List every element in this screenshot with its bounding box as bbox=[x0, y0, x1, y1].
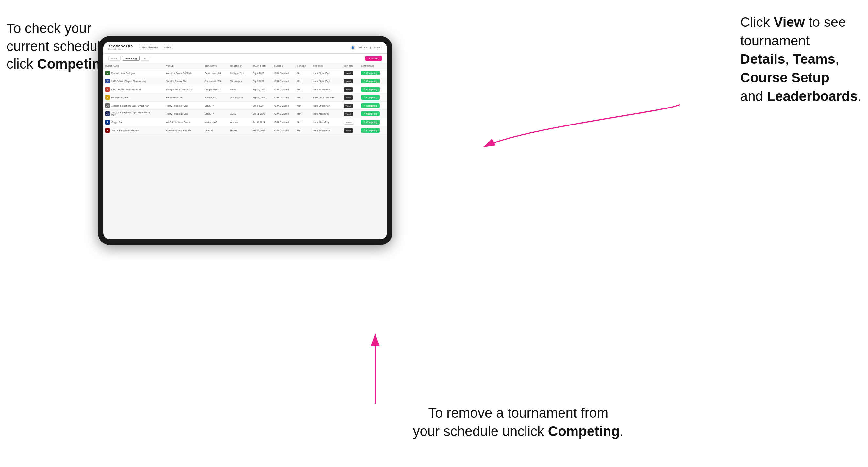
edit-button[interactable]: ✏ Edit bbox=[344, 120, 354, 125]
venue: Trinity Forest Golf Club bbox=[164, 110, 203, 118]
competing-badge[interactable]: ✓ Competing bbox=[361, 87, 380, 92]
city-state: Phoenix, AZ bbox=[203, 93, 228, 102]
division: NCAA Division I bbox=[272, 126, 295, 135]
gender: Men bbox=[295, 126, 311, 135]
table-row: W 2023 Sahalee Players Championship Saha… bbox=[103, 77, 387, 85]
app-nav: SCOREBOARD Powered by clipp TOURNAMENTS … bbox=[103, 42, 387, 54]
create-button[interactable]: + Create bbox=[365, 56, 382, 61]
col-start: START DATE bbox=[251, 63, 272, 69]
col-event-name: EVENT NAME bbox=[103, 63, 164, 69]
hosted-by: ABAC bbox=[228, 110, 251, 118]
competing-badge[interactable]: ✓ Competing bbox=[361, 112, 380, 116]
view-button[interactable]: View ℹ bbox=[344, 87, 353, 92]
sub-nav: Home Competing All + Create bbox=[103, 54, 387, 63]
venue: Trinity Forest Golf Club bbox=[164, 102, 203, 110]
city-state: Lihue, HI bbox=[203, 126, 228, 135]
view-button[interactable]: View ℹ bbox=[344, 128, 353, 133]
view-button[interactable]: View ℹ bbox=[344, 103, 353, 108]
start-date: Oct 11, 2023 bbox=[251, 110, 272, 118]
nav-tournaments[interactable]: TOURNAMENTS bbox=[139, 46, 158, 49]
competing-cell: ✓ Competing bbox=[359, 85, 387, 93]
view-button[interactable]: View ℹ bbox=[344, 95, 353, 100]
division: NCAA Division I bbox=[272, 77, 295, 85]
division: NCAA Division I bbox=[272, 85, 295, 93]
event-name-cell: JS Jackson T. Stephens Cup – Men's Match… bbox=[103, 110, 164, 118]
scoring: team, Stroke Play bbox=[311, 102, 342, 110]
tournament-table-container: EVENT NAME VENUE CITY, STATE HOSTED BY S… bbox=[103, 63, 387, 237]
annotation-bottom: To remove a tournament from your schedul… bbox=[413, 404, 624, 441]
filter-all[interactable]: All bbox=[141, 56, 149, 61]
sign-out-link[interactable]: Sign out bbox=[373, 46, 382, 49]
actions-cell: View ℹ bbox=[342, 69, 359, 77]
hosted-by: Arizona bbox=[228, 118, 251, 126]
event-name: Jackson T. Stephens Cup – Men's Match Pl… bbox=[112, 112, 151, 116]
event-name: OFCC Fighting Illini Invitational bbox=[112, 88, 141, 91]
gender: Men bbox=[295, 102, 311, 110]
event-name: John A. Burns Intercollegiate bbox=[112, 129, 138, 132]
view-button[interactable]: View ℹ bbox=[344, 71, 353, 75]
table-body: M Folds of Honor Collegiate American Dun… bbox=[103, 69, 387, 135]
competing-cell: ✓ Competing bbox=[359, 93, 387, 102]
start-date: Sep 9, 2023 bbox=[251, 77, 272, 85]
actions-cell: View ℹ bbox=[342, 102, 359, 110]
start-date: Sep 4, 2023 bbox=[251, 69, 272, 77]
venue: Ak-Chin Southern Dunes bbox=[164, 118, 203, 126]
start-date: Jan 14, 2024 bbox=[251, 118, 272, 126]
competing-cell: ✓ Competing bbox=[359, 110, 387, 118]
gender: Men bbox=[295, 110, 311, 118]
venue: Ocean Course At Hokuala bbox=[164, 126, 203, 135]
event-name-cell: JS Jackson T. Stephens Cup – Stroke Play bbox=[103, 102, 164, 110]
user-icon: 👤 bbox=[351, 45, 355, 50]
table-row: JS Jackson T. Stephens Cup – Stroke Play… bbox=[103, 102, 387, 110]
team-logo: A bbox=[105, 120, 110, 125]
scoring: team, Match Play bbox=[311, 110, 342, 118]
competing-cell: ✓ Competing bbox=[359, 69, 387, 77]
filter-home[interactable]: Home bbox=[108, 56, 121, 61]
competing-badge[interactable]: ✓ Competing bbox=[361, 95, 380, 100]
competing-cell: ✓ Competing bbox=[359, 126, 387, 135]
event-name-cell: I OFCC Fighting Illini Invitational bbox=[103, 85, 164, 93]
logo-title: SCOREBOARD bbox=[108, 45, 133, 48]
venue: Sahalee Country Club bbox=[164, 77, 203, 85]
gender: Men bbox=[295, 93, 311, 102]
team-logo: JS bbox=[105, 112, 110, 116]
tablet-screen: SCOREBOARD Powered by clipp TOURNAMENTS … bbox=[103, 42, 387, 239]
hosted-by: Hawaii bbox=[228, 126, 251, 135]
city-state: Dallas, TX bbox=[203, 102, 228, 110]
col-gender: GENDER bbox=[295, 63, 311, 69]
start-date: Sep 15, 2023 bbox=[251, 85, 272, 93]
scoreboard-logo: SCOREBOARD Powered by clipp bbox=[108, 45, 133, 50]
filter-competing[interactable]: Competing bbox=[122, 56, 140, 61]
view-button[interactable]: View ℹ bbox=[344, 112, 353, 116]
view-button[interactable]: View ℹ bbox=[344, 79, 353, 83]
city-state: Grand Haven, MI bbox=[203, 69, 228, 77]
event-name-cell: M Folds of Honor Collegiate bbox=[103, 69, 164, 77]
tablet-frame: SCOREBOARD Powered by clipp TOURNAMENTS … bbox=[98, 36, 392, 245]
competing-badge[interactable]: ✓ Competing bbox=[361, 79, 380, 83]
event-name: Folds of Honor Collegiate bbox=[112, 72, 135, 74]
table-header: EVENT NAME VENUE CITY, STATE HOSTED BY S… bbox=[103, 63, 387, 69]
col-division: DIVISION bbox=[272, 63, 295, 69]
nav-separator: | bbox=[370, 46, 371, 49]
team-logo: W bbox=[105, 79, 110, 83]
competing-cell: ✓ Competing bbox=[359, 77, 387, 85]
competing-cell: ✓ Competing bbox=[359, 102, 387, 110]
event-name: Jackson T. Stephens Cup – Stroke Play bbox=[112, 104, 149, 107]
competing-cell: ✓ Competing bbox=[359, 118, 387, 126]
table-row: M Folds of Honor Collegiate American Dun… bbox=[103, 69, 387, 77]
start-date: Feb 15, 2024 bbox=[251, 126, 272, 135]
team-logo: JS bbox=[105, 103, 110, 108]
division: NCAA Division I bbox=[272, 93, 295, 102]
col-competing: COMPETING bbox=[359, 63, 387, 69]
competing-badge[interactable]: ✓ Competing bbox=[361, 128, 380, 133]
hosted-by: Arizona State bbox=[228, 93, 251, 102]
actions-cell: View ℹ bbox=[342, 110, 359, 118]
competing-badge[interactable]: ✓ Competing bbox=[361, 71, 380, 75]
competing-badge[interactable]: ✓ Competing bbox=[361, 103, 380, 108]
team-logo: M bbox=[105, 71, 110, 75]
gender: Men bbox=[295, 77, 311, 85]
annotation-top-right: Click View to see tournament Details, Te… bbox=[740, 13, 862, 105]
event-name: 2023 Sahalee Players Championship bbox=[112, 80, 147, 82]
nav-teams[interactable]: TEAMS bbox=[162, 46, 171, 49]
competing-badge[interactable]: ✓ Competing bbox=[361, 120, 380, 125]
